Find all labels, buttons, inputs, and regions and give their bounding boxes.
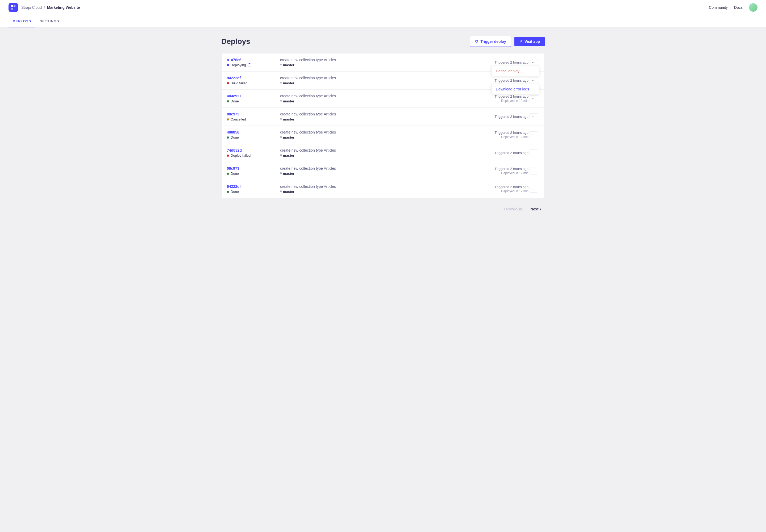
trigger-deploy-button[interactable]: ↻ Trigger deploy [470, 36, 511, 47]
deploy-time-col: Triggered 2 hours ago Deployed in 12 min [470, 94, 528, 103]
previous-button[interactable]: ‹ Previous [500, 205, 526, 214]
strapi-logo [9, 3, 18, 12]
branch-icon: ⑂ [280, 81, 282, 85]
dropdown-menu-cancel: Cancel deploy [491, 66, 539, 76]
cancel-deploy-item[interactable]: Cancel deploy [492, 66, 539, 76]
status-dot-done [227, 100, 229, 102]
page-header: Deploys ↻ Trigger deploy ↗ Visit app [221, 36, 545, 47]
deploy-id[interactable]: 94222df [227, 76, 280, 80]
svg-rect-2 [11, 7, 13, 9]
deploy-id-col: a1a76c6 Deploying [227, 58, 280, 67]
status-dot-done [227, 191, 229, 193]
branch-icon: ⑂ [280, 154, 282, 157]
deploy-time-col: Triggered 2 hours ago [470, 78, 528, 82]
tab-settings[interactable]: SETTINGS [35, 15, 63, 27]
visit-app-button[interactable]: ↗ Visit app [514, 37, 545, 46]
next-label: Next [530, 207, 538, 211]
deploy-message: create new collection type Articles [280, 130, 470, 134]
deploy-triggered: Triggered 2 hours ago [470, 60, 528, 64]
deploy-id-col: 74d632d Deploy failed [227, 148, 280, 157]
branch-name: master [283, 190, 294, 194]
deploy-status: Deploy failed [227, 153, 280, 157]
deploy-status: Deploying [227, 63, 280, 67]
branch-icon: ⑂ [280, 190, 282, 194]
status-label: Done [231, 135, 239, 139]
dropdown-menu-error: Download error logs [491, 84, 539, 94]
status-dot-deploying [227, 64, 229, 66]
loading-spinner [248, 63, 251, 67]
deploy-message: create new collection type Articles [280, 148, 470, 152]
svg-rect-1 [14, 5, 15, 7]
deploy-id[interactable]: 404c927 [227, 94, 280, 98]
branch-name: master [283, 63, 294, 67]
deploy-status: Done [227, 135, 280, 139]
table-row: a1a76c6 Deploying create new collection … [222, 53, 544, 72]
header: Strapi Cloud / Marketing Website Communi… [0, 0, 766, 15]
more-button[interactable]: ··· [530, 77, 538, 84]
table-row: 08c973 Cancelled create new collection t… [222, 108, 544, 126]
deploy-id-col: 488858 Done [227, 130, 280, 139]
branch-name: master [283, 153, 294, 157]
deploy-id[interactable]: a1a76c6 [227, 58, 280, 62]
deploy-id[interactable]: 08c973 [227, 112, 280, 116]
breadcrumb-root[interactable]: Strapi Cloud [21, 5, 42, 10]
user-avatar[interactable] [749, 3, 757, 12]
deploy-id-col: 404c927 Done [227, 94, 280, 103]
status-label: Done [231, 190, 239, 194]
deploy-time-col: Triggered 2 hours ago Deployed in 12 min [470, 167, 528, 175]
deploy-status: Done [227, 99, 280, 103]
deploy-branch: ⑂ master [280, 117, 470, 121]
deploy-status: Done [227, 190, 280, 194]
deploy-triggered: Triggered 2 hours ago [470, 115, 528, 119]
more-button[interactable]: ··· [530, 113, 538, 120]
status-label: Deploying [231, 63, 246, 67]
deploy-message-col: create new collection type Articles ⑂ ma… [280, 166, 470, 176]
branch-name: master [283, 172, 294, 176]
deploy-triggered: Triggered 2 hours ago [470, 94, 528, 98]
deploy-id-col: 64222df Done [227, 184, 280, 194]
deploy-id[interactable]: 74d632d [227, 148, 280, 152]
status-label: Cancelled [231, 117, 246, 121]
next-button[interactable]: Next › [527, 205, 545, 214]
more-button[interactable]: ··· [530, 59, 538, 66]
deploy-id[interactable]: 488858 [227, 130, 280, 134]
deploy-time-col: Triggered 2 hours ago [470, 151, 528, 155]
deploy-id[interactable]: 08c973 [227, 166, 280, 171]
branch-name: master [283, 135, 294, 139]
status-label: Build failed [231, 81, 248, 85]
branch-name: master [283, 117, 294, 121]
deploy-duration: Deployed in 12 min [470, 99, 528, 103]
more-button[interactable]: ··· [530, 131, 538, 138]
trigger-deploy-label: Trigger deploy [480, 39, 506, 44]
branch-icon: ⑂ [280, 118, 282, 121]
more-button[interactable]: ··· [530, 95, 538, 102]
chevron-right-icon: › [540, 207, 541, 211]
breadcrumb-current: Marketing Website [47, 5, 80, 10]
header-actions: ↻ Trigger deploy ↗ Visit app [470, 36, 545, 47]
table-row: 488858 Done create new collection type A… [222, 126, 544, 144]
svg-rect-0 [11, 5, 13, 7]
deploy-triggered: Triggered 2 hours ago [470, 151, 528, 155]
deploy-triggered: Triggered 2 hours ago [470, 78, 528, 82]
download-error-logs-item[interactable]: Download error logs [492, 84, 539, 94]
tab-deploys[interactable]: DEPLOYS [9, 15, 35, 27]
deploy-triggered: Triggered 2 hours ago [470, 185, 528, 189]
deploy-duration: Deployed in 12 min [470, 189, 528, 193]
more-button[interactable]: ··· [530, 168, 538, 174]
more-button[interactable]: ··· [530, 149, 538, 156]
docs-link[interactable]: Docs [734, 5, 743, 10]
status-label: Deploy failed [231, 153, 251, 157]
nav-tabs: DEPLOYS SETTINGS [0, 15, 766, 27]
community-link[interactable]: Community [709, 5, 728, 10]
deploy-message-col: create new collection type Articles ⑂ ma… [280, 112, 470, 121]
more-button[interactable]: ··· [530, 186, 538, 193]
deploy-id-col: 94222df Build failed [227, 76, 280, 85]
deploy-message-col: create new collection type Articles ⑂ ma… [280, 76, 470, 85]
deploy-id[interactable]: 64222df [227, 184, 280, 189]
deploy-message: create new collection type Articles [280, 184, 470, 189]
deploy-message-col: create new collection type Articles ⑂ ma… [280, 184, 470, 194]
deploy-time-col: Triggered 2 hours ago Deployed in 12 min [470, 131, 528, 139]
chevron-left-icon: ‹ [504, 207, 505, 211]
previous-label: Previous [506, 207, 522, 211]
deploy-branch: ⑂ master [280, 135, 470, 139]
